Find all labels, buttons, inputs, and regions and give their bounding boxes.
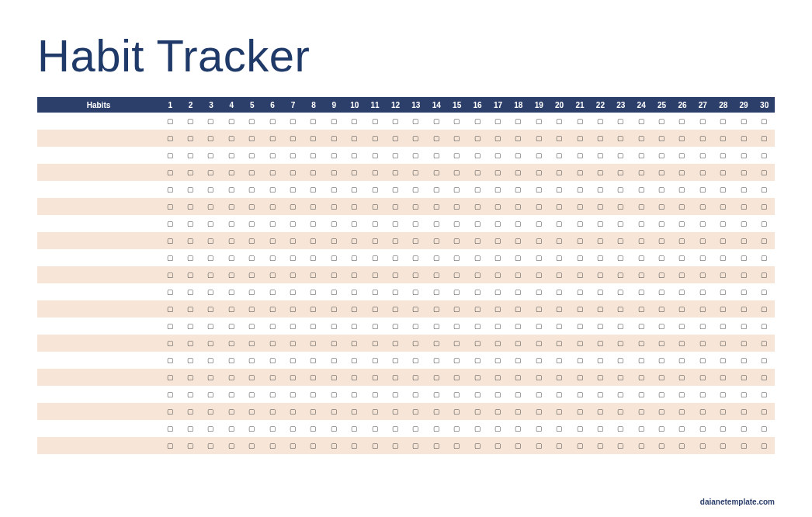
habit-name-cell[interactable] [37,369,160,386]
checkbox-cell[interactable]: ▢ [446,403,467,420]
checkbox-cell[interactable]: ▢ [734,317,754,335]
checkbox-cell[interactable]: ▢ [304,420,324,437]
checkbox-cell[interactable]: ▢ [651,232,671,249]
checkbox-cell[interactable]: ▢ [324,403,344,420]
checkbox-cell[interactable]: ▢ [488,283,508,300]
checkbox-cell[interactable]: ▢ [611,403,631,420]
checkbox-cell[interactable]: ▢ [570,164,590,181]
checkbox-cell[interactable]: ▢ [734,386,754,403]
checkbox-cell[interactable]: ▢ [488,181,508,198]
checkbox-cell[interactable]: ▢ [467,164,488,181]
checkbox-cell[interactable]: ▢ [446,215,467,232]
checkbox-cell[interactable]: ▢ [365,147,385,164]
checkbox-cell[interactable]: ▢ [672,386,692,403]
checkbox-cell[interactable]: ▢ [651,386,671,403]
checkbox-cell[interactable]: ▢ [611,283,631,300]
checkbox-cell[interactable]: ▢ [221,352,241,369]
checkbox-cell[interactable]: ▢ [508,403,529,420]
checkbox-cell[interactable]: ▢ [570,113,590,130]
checkbox-cell[interactable]: ▢ [406,147,426,164]
checkbox-cell[interactable]: ▢ [590,283,610,300]
checkbox-cell[interactable]: ▢ [180,130,200,147]
checkbox-cell[interactable]: ▢ [160,317,180,335]
checkbox-cell[interactable]: ▢ [262,352,283,369]
checkbox-cell[interactable]: ▢ [570,420,590,437]
checkbox-cell[interactable]: ▢ [446,181,467,198]
checkbox-cell[interactable]: ▢ [754,130,775,147]
checkbox-cell[interactable]: ▢ [692,403,713,420]
checkbox-cell[interactable]: ▢ [672,147,692,164]
checkbox-cell[interactable]: ▢ [590,164,610,181]
checkbox-cell[interactable]: ▢ [672,300,692,317]
checkbox-cell[interactable]: ▢ [467,181,488,198]
checkbox-cell[interactable]: ▢ [508,113,529,130]
checkbox-cell[interactable]: ▢ [283,215,303,232]
checkbox-cell[interactable]: ▢ [324,164,344,181]
checkbox-cell[interactable]: ▢ [201,164,221,181]
checkbox-cell[interactable]: ▢ [734,147,754,164]
checkbox-cell[interactable]: ▢ [406,181,426,198]
checkbox-cell[interactable]: ▢ [262,147,283,164]
checkbox-cell[interactable]: ▢ [242,335,262,352]
checkbox-cell[interactable]: ▢ [651,300,671,317]
checkbox-cell[interactable]: ▢ [406,232,426,249]
checkbox-cell[interactable]: ▢ [488,300,508,317]
checkbox-cell[interactable]: ▢ [631,369,651,386]
checkbox-cell[interactable]: ▢ [611,147,631,164]
checkbox-cell[interactable]: ▢ [611,386,631,403]
checkbox-cell[interactable]: ▢ [734,249,754,266]
checkbox-cell[interactable]: ▢ [549,317,569,335]
checkbox-cell[interactable]: ▢ [713,437,734,454]
checkbox-cell[interactable]: ▢ [242,215,262,232]
checkbox-cell[interactable]: ▢ [549,335,569,352]
checkbox-cell[interactable]: ▢ [467,215,488,232]
checkbox-cell[interactable]: ▢ [529,317,549,335]
checkbox-cell[interactable]: ▢ [365,300,385,317]
checkbox-cell[interactable]: ▢ [754,198,775,215]
checkbox-cell[interactable]: ▢ [467,232,488,249]
checkbox-cell[interactable]: ▢ [590,198,610,215]
checkbox-cell[interactable]: ▢ [692,317,713,335]
checkbox-cell[interactable]: ▢ [345,403,365,420]
checkbox-cell[interactable]: ▢ [365,130,385,147]
checkbox-cell[interactable]: ▢ [508,164,529,181]
checkbox-cell[interactable]: ▢ [651,147,671,164]
checkbox-cell[interactable]: ▢ [508,317,529,335]
checkbox-cell[interactable]: ▢ [201,198,221,215]
checkbox-cell[interactable]: ▢ [242,147,262,164]
checkbox-cell[interactable]: ▢ [324,215,344,232]
checkbox-cell[interactable]: ▢ [672,130,692,147]
checkbox-cell[interactable]: ▢ [365,113,385,130]
checkbox-cell[interactable]: ▢ [651,164,671,181]
checkbox-cell[interactable]: ▢ [570,181,590,198]
checkbox-cell[interactable]: ▢ [570,403,590,420]
checkbox-cell[interactable]: ▢ [611,181,631,198]
habit-name-cell[interactable] [37,198,160,215]
checkbox-cell[interactable]: ▢ [467,317,488,335]
checkbox-cell[interactable]: ▢ [549,437,569,454]
checkbox-cell[interactable]: ▢ [488,317,508,335]
checkbox-cell[interactable]: ▢ [467,130,488,147]
checkbox-cell[interactable]: ▢ [160,283,180,300]
checkbox-cell[interactable]: ▢ [672,420,692,437]
checkbox-cell[interactable]: ▢ [242,420,262,437]
checkbox-cell[interactable]: ▢ [365,249,385,266]
checkbox-cell[interactable]: ▢ [508,198,529,215]
checkbox-cell[interactable]: ▢ [446,369,467,386]
checkbox-cell[interactable]: ▢ [754,215,775,232]
checkbox-cell[interactable]: ▢ [345,420,365,437]
checkbox-cell[interactable]: ▢ [672,403,692,420]
checkbox-cell[interactable]: ▢ [570,215,590,232]
checkbox-cell[interactable]: ▢ [446,317,467,335]
checkbox-cell[interactable]: ▢ [508,232,529,249]
checkbox-cell[interactable]: ▢ [160,164,180,181]
checkbox-cell[interactable]: ▢ [385,198,405,215]
checkbox-cell[interactable]: ▢ [734,420,754,437]
checkbox-cell[interactable]: ▢ [345,266,365,283]
checkbox-cell[interactable]: ▢ [262,300,283,317]
checkbox-cell[interactable]: ▢ [529,113,549,130]
habit-name-cell[interactable] [37,249,160,266]
checkbox-cell[interactable]: ▢ [304,232,324,249]
checkbox-cell[interactable]: ▢ [488,335,508,352]
checkbox-cell[interactable]: ▢ [426,420,446,437]
